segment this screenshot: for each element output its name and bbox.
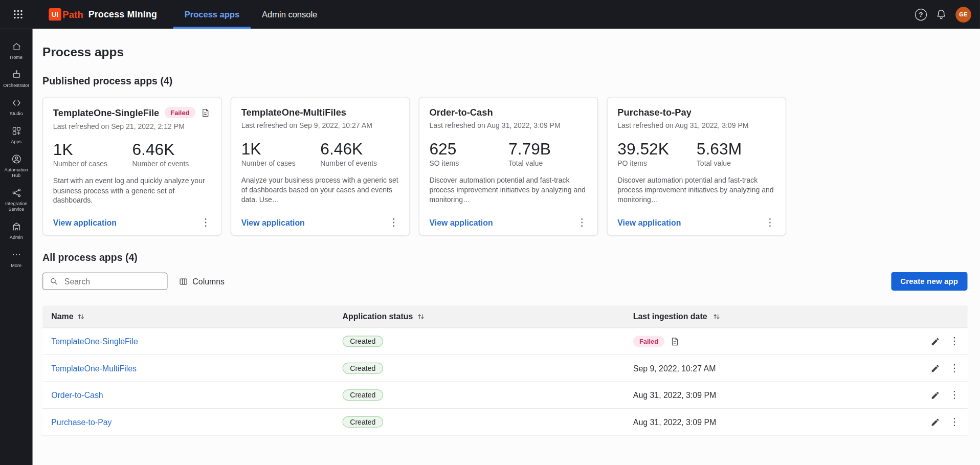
- view-application-link[interactable]: View application: [617, 218, 681, 227]
- last-refreshed-text: Last refreshed on Sep 9, 2022, 10:27 AM: [241, 122, 399, 129]
- edit-pencil-icon[interactable]: [930, 364, 940, 373]
- topbar-actions: ? GE: [915, 7, 971, 23]
- admin-icon: [11, 220, 21, 232]
- row-kebab-menu-icon[interactable]: ⋮: [949, 336, 960, 346]
- all-apps-heading: All process apps (4): [42, 252, 967, 263]
- card-description: Analyze your business process with a gen…: [241, 176, 399, 205]
- card-description: Discover automation potential and fast-t…: [617, 176, 775, 205]
- left-nav-rail: Home Orchestrator Studio Apps: [0, 29, 33, 465]
- uipath-logo-text: Path: [62, 9, 83, 20]
- stat-label: Number of events: [320, 160, 399, 167]
- card-kebab-menu-icon[interactable]: ⋮: [388, 217, 399, 228]
- column-header-last-ingestion-date[interactable]: Last ingestion date: [633, 312, 915, 321]
- main-content: Process apps Published process apps (4) …: [33, 29, 980, 465]
- last-refreshed-text: Last refreshed on Aug 31, 2022, 3:09 PM: [617, 122, 775, 129]
- create-new-app-button[interactable]: Create new app: [891, 272, 968, 291]
- row-kebab-menu-icon[interactable]: ⋮: [949, 390, 960, 400]
- card-description: Discover automation potential and fast-t…: [429, 176, 587, 205]
- stat-value: 6.46K: [320, 141, 399, 158]
- sidebar-item-label: Apps: [11, 139, 21, 144]
- row-kebab-menu-icon[interactable]: ⋮: [949, 363, 960, 373]
- more-icon: ⋯: [12, 249, 20, 260]
- app-window: Ui Path Process Mining Process apps Admi…: [0, 0, 980, 465]
- app-name-link[interactable]: TemplateOne-MultiFiles: [51, 364, 137, 373]
- sidebar-item-label: More: [11, 262, 21, 268]
- search-icon: [50, 277, 58, 285]
- integration-service-icon: [11, 187, 21, 198]
- column-header-application-status[interactable]: Application status: [343, 312, 633, 321]
- product-name: Process Mining: [88, 9, 157, 19]
- table-header-row: Name Application status Last ingestion d…: [42, 306, 967, 328]
- edit-pencil-icon[interactable]: [930, 337, 940, 346]
- row-kebab-menu-icon[interactable]: ⋮: [949, 417, 960, 427]
- sidebar-item-home[interactable]: Home: [0, 36, 34, 64]
- uipath-logo-mark: Ui: [49, 8, 61, 20]
- stat-value: 1K: [53, 141, 132, 158]
- stat-label: Total value: [697, 160, 776, 167]
- sidebar-item-orchestrator[interactable]: Orchestrator: [0, 64, 34, 93]
- view-application-link[interactable]: View application: [241, 218, 305, 227]
- sort-icon: [77, 313, 85, 321]
- application-status-badge: Created: [343, 363, 383, 374]
- sidebar-item-label: Integration Service: [2, 201, 31, 212]
- columns-icon: [179, 277, 188, 286]
- status-badge-failed: Failed: [164, 107, 196, 118]
- app-name-link[interactable]: Order-to-Cash: [51, 390, 103, 400]
- sidebar-item-label: Automation Hub: [2, 167, 31, 178]
- edit-pencil-icon[interactable]: [930, 390, 940, 400]
- sidebar-item-admin[interactable]: Admin: [0, 216, 34, 245]
- stat-value: 39.52K: [617, 141, 697, 158]
- home-icon: [11, 40, 21, 52]
- notifications-bell-icon[interactable]: [936, 9, 947, 20]
- application-status-badge: Created: [343, 336, 383, 347]
- stat-value: 625: [429, 141, 508, 158]
- help-icon[interactable]: ?: [915, 8, 927, 20]
- card-kebab-menu-icon[interactable]: ⋮: [200, 217, 211, 228]
- app-name-link[interactable]: Purchase-to-Pay: [51, 417, 112, 427]
- table-row: TemplateOne-MultiFiles Created Sep 9, 20…: [42, 355, 967, 382]
- card-title: Purchase-to-Pay: [617, 107, 692, 118]
- tab-admin-console[interactable]: Admin console: [251, 0, 328, 29]
- app-launcher-icon[interactable]: [10, 6, 27, 23]
- process-app-card: Order-to-Cash Last refreshed on Aug 31, …: [419, 97, 598, 235]
- column-header-label: Last ingestion date: [633, 312, 707, 321]
- sidebar-item-more[interactable]: ⋯ More: [0, 245, 34, 273]
- last-ingestion-date: Aug 31, 2022, 3:09 PM: [633, 390, 716, 400]
- sidebar-item-studio[interactable]: Studio: [0, 93, 34, 121]
- column-header-name[interactable]: Name: [42, 312, 343, 321]
- tab-process-apps[interactable]: Process apps: [173, 0, 251, 29]
- card-kebab-menu-icon[interactable]: ⋮: [764, 217, 775, 228]
- stat-label: Total value: [508, 160, 588, 167]
- process-app-card: TemplateOne-SingleFile Failed Last refre…: [42, 97, 222, 235]
- column-header-label: Application status: [343, 312, 413, 321]
- sidebar-item-automation-hub[interactable]: Automation Hub: [0, 149, 34, 183]
- studio-icon: [11, 97, 21, 108]
- columns-button[interactable]: Columns: [179, 277, 225, 286]
- card-kebab-menu-icon[interactable]: ⋮: [576, 217, 588, 228]
- stat-label: PO items: [617, 160, 697, 167]
- error-log-document-icon[interactable]: [201, 108, 210, 117]
- error-log-document-icon[interactable]: [670, 337, 679, 346]
- edit-pencil-icon[interactable]: [930, 417, 940, 427]
- table-row: Purchase-to-Pay Created Aug 31, 2022, 3:…: [42, 409, 967, 436]
- user-avatar[interactable]: GE: [955, 7, 971, 23]
- view-application-link[interactable]: View application: [53, 218, 117, 227]
- sidebar-item-label: Studio: [10, 110, 23, 116]
- sidebar-item-apps[interactable]: Apps: [0, 121, 34, 149]
- card-title: TemplateOne-MultiFiles: [241, 107, 346, 118]
- stat-label: Number of cases: [241, 160, 321, 167]
- columns-button-label: Columns: [192, 277, 225, 286]
- stat-label: SO items: [429, 160, 508, 167]
- uipath-logo: Ui Path Process Mining: [49, 8, 157, 20]
- stat-label: Number of events: [132, 160, 211, 168]
- sort-icon: [713, 313, 721, 321]
- search-box: [42, 273, 167, 290]
- search-input[interactable]: [63, 276, 161, 286]
- application-status-badge: Created: [343, 416, 383, 428]
- app-name-link[interactable]: TemplateOne-SingleFile: [51, 337, 138, 346]
- last-refreshed-text: Last refreshed on Aug 31, 2022, 3:09 PM: [429, 122, 587, 129]
- sidebar-item-label: Admin: [10, 234, 23, 240]
- view-application-link[interactable]: View application: [429, 218, 493, 227]
- sidebar-item-integration-service[interactable]: Integration Service: [0, 183, 34, 216]
- ingestion-status-badge-failed: Failed: [633, 336, 665, 347]
